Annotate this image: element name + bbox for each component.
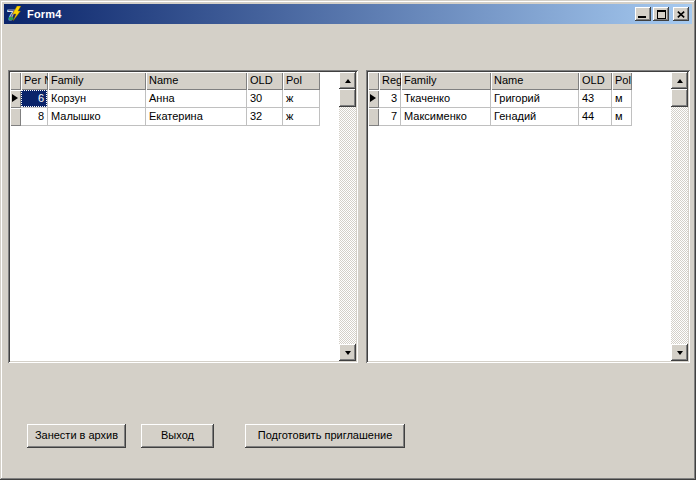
right-grid-vertical-scrollbar[interactable]	[671, 72, 688, 361]
table-row: 6 Корзун Анна 30 ж	[10, 90, 356, 108]
delphi-app-icon: 7	[7, 6, 23, 22]
column-header: Family	[401, 72, 491, 90]
scroll-up-button[interactable]	[339, 72, 356, 89]
right-grid: Reg Family Name OLD Pol 3 Ткаченко Григо…	[366, 70, 690, 363]
grid-cell[interactable]: м	[612, 90, 632, 108]
maximize-icon	[657, 10, 666, 19]
column-header: Name	[146, 72, 247, 90]
column-header: Per N	[21, 72, 48, 90]
grid-cell[interactable]: 3	[379, 90, 401, 108]
exit-button[interactable]: Выход	[141, 424, 214, 448]
table-row: 3 Ткаченко Григорий 43 м	[368, 90, 688, 108]
window: 7 Form4 Per N Family Name OLD Pol	[0, 0, 696, 480]
scroll-down-button[interactable]	[671, 344, 688, 361]
column-header: OLD	[247, 72, 283, 90]
maximize-button[interactable]	[653, 7, 669, 21]
left-grid-header-row: Per N Family Name OLD Pol	[10, 72, 356, 90]
table-row: 8 Малышко Екатерина 32 ж	[10, 108, 356, 126]
column-header: Pol	[612, 72, 632, 90]
close-icon	[677, 11, 685, 18]
left-grid: Per N Family Name OLD Pol 6 Корзун Анна …	[8, 70, 358, 363]
column-header: Name	[491, 72, 579, 90]
column-header: OLD	[579, 72, 612, 90]
current-row-icon	[370, 94, 376, 102]
grid-cell[interactable]: ж	[283, 90, 320, 108]
column-header: Pol	[283, 72, 320, 90]
grid-cell[interactable]: 32	[247, 108, 283, 126]
column-header: Reg	[379, 72, 401, 90]
minimize-button[interactable]	[635, 7, 651, 21]
grid-cell[interactable]: 44	[579, 108, 612, 126]
arrow-down-icon	[677, 351, 683, 355]
grid-cell[interactable]: Анна	[146, 90, 247, 108]
row-indicator-cell	[368, 90, 379, 108]
close-button[interactable]	[673, 7, 689, 21]
grid-cell[interactable]: м	[612, 108, 632, 126]
grid-cell[interactable]: Малышко	[48, 108, 146, 126]
left-grid-corner-cell	[10, 72, 21, 90]
window-title: Form4	[27, 8, 635, 20]
grid-cell[interactable]: ж	[283, 108, 320, 126]
current-row-icon	[12, 94, 18, 102]
grid-cell-selected[interactable]: 6	[21, 90, 48, 108]
grid-cell[interactable]: 30	[247, 90, 283, 108]
scroll-thumb[interactable]	[339, 89, 356, 107]
right-grid-corner-cell	[368, 72, 379, 90]
left-grid-body: Per N Family Name OLD Pol 6 Корзун Анна …	[10, 72, 356, 361]
window-controls	[635, 7, 689, 21]
right-grid-header-row: Reg Family Name OLD Pol	[368, 72, 688, 90]
grid-cell[interactable]: Корзун	[48, 90, 146, 108]
scroll-down-button[interactable]	[339, 344, 356, 361]
titlebar: 7 Form4	[4, 4, 692, 24]
grid-cell[interactable]: 43	[579, 90, 612, 108]
minimize-icon	[638, 16, 646, 18]
grid-cell[interactable]: Екатерина	[146, 108, 247, 126]
right-grid-body: Reg Family Name OLD Pol 3 Ткаченко Григо…	[368, 72, 688, 361]
table-row: 7 Максименко Генадий 44 м	[368, 108, 688, 126]
grid-cell[interactable]: Ткаченко	[401, 90, 491, 108]
scroll-up-button[interactable]	[671, 72, 688, 89]
arrow-up-icon	[677, 79, 683, 83]
archive-button[interactable]: Занести в архив	[27, 424, 126, 448]
grid-cell[interactable]: 7	[379, 108, 401, 126]
arrow-down-icon	[345, 351, 351, 355]
column-header: Family	[48, 72, 146, 90]
grid-cell[interactable]: Григорий	[491, 90, 579, 108]
row-indicator-cell	[10, 108, 21, 126]
arrow-up-icon	[345, 79, 351, 83]
left-grid-vertical-scrollbar[interactable]	[339, 72, 356, 361]
grid-cell[interactable]: Генадий	[491, 108, 579, 126]
grid-cell[interactable]: Максименко	[401, 108, 491, 126]
row-indicator-cell	[368, 108, 379, 126]
row-indicator-cell	[10, 90, 21, 108]
scroll-thumb[interactable]	[671, 89, 688, 107]
prepare-invitation-button[interactable]: Подготовить приглашение	[245, 424, 405, 448]
grid-cell[interactable]: 8	[21, 108, 48, 126]
